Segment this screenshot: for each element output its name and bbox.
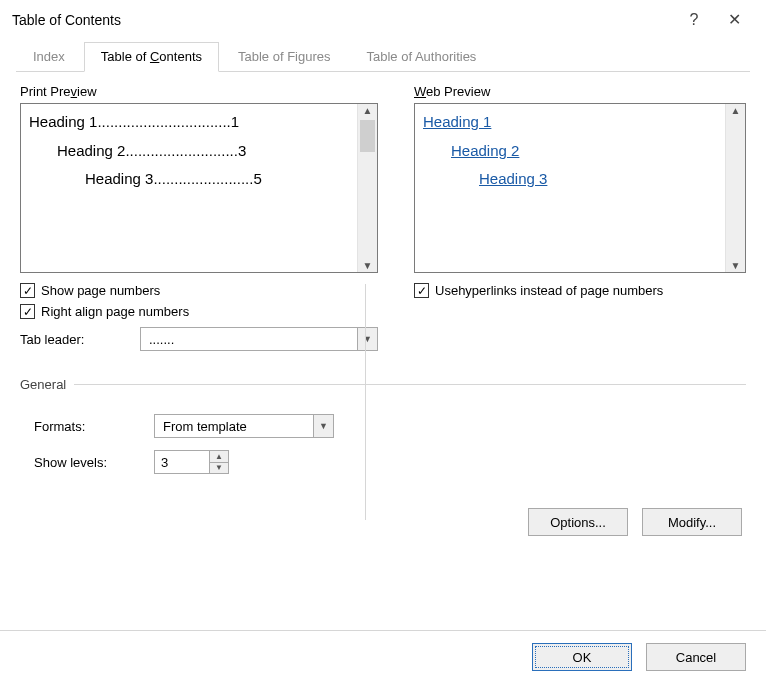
show-levels-value: 3 <box>155 451 209 473</box>
footer: OK Cancel <box>0 630 766 685</box>
web-preview-box: Heading 1 Heading 2 Heading 3 ▲ ▼ <box>414 103 746 273</box>
tab-leader-row: Tab leader: ....... ▼ <box>20 327 378 351</box>
formats-value: From template <box>155 419 313 434</box>
tab-table-of-authorities[interactable]: Table of Authorities <box>350 42 494 72</box>
general-header: General <box>20 377 746 392</box>
spinner-up-icon[interactable]: ▲ <box>210 451 228 463</box>
dialog: Table of Contents ? ✕ Index Table of Con… <box>0 0 766 685</box>
web-link[interactable]: Heading 3 <box>479 170 547 187</box>
show-levels-label: Show levels: <box>34 455 154 470</box>
web-preview-content: Heading 1 Heading 2 Heading 3 <box>415 104 725 272</box>
checkbox-icon: ✓ <box>414 283 429 298</box>
web-checks: ✓ Use hyperlinks instead of page numbers <box>414 283 746 298</box>
right-align-page-numbers-checkbox[interactable]: ✓ Right align page numbers <box>20 304 378 319</box>
formats-label: Formats: <box>34 419 154 434</box>
formats-combo[interactable]: From template ▼ <box>154 414 334 438</box>
separator-line <box>74 384 746 385</box>
tabstrip: Index Table of Contents Table of Figures… <box>16 37 750 72</box>
scroll-up-icon[interactable]: ▲ <box>358 104 377 117</box>
spinner-down-icon[interactable]: ▼ <box>210 463 228 474</box>
titlebar: Table of Contents ? ✕ <box>0 0 766 37</box>
scroll-thumb[interactable] <box>360 120 375 152</box>
scroll-up-icon[interactable]: ▲ <box>726 104 745 117</box>
web-link[interactable]: Heading 2 <box>451 142 519 159</box>
formats-row: Formats: From template ▼ <box>34 414 746 438</box>
close-button[interactable]: ✕ <box>714 10 754 29</box>
modify-button[interactable]: Modify... <box>642 508 742 536</box>
tab-leader-combo[interactable]: ....... ▼ <box>140 327 378 351</box>
web-preview-label: Web Preview <box>414 84 746 99</box>
ok-button[interactable]: OK <box>532 643 632 671</box>
print-row: Heading 2...........................3 <box>29 137 349 166</box>
print-preview-box: Heading 1...............................… <box>20 103 378 273</box>
tab-table-of-contents[interactable]: Table of Contents <box>84 42 219 72</box>
vertical-separator <box>365 284 366 520</box>
web-preview-scrollbar[interactable]: ▲ ▼ <box>725 104 745 272</box>
scroll-down-icon[interactable]: ▼ <box>726 259 745 272</box>
tab-table-of-figures[interactable]: Table of Figures <box>221 42 348 72</box>
checkbox-icon: ✓ <box>20 304 35 319</box>
print-preview-label: Print Preview <box>20 84 378 99</box>
options-row: Options... Modify... <box>20 508 746 536</box>
tab-leader-label: Tab leader: <box>20 332 140 347</box>
general-body: Formats: From template ▼ Show levels: 3 <box>20 392 746 474</box>
show-levels-spinner[interactable]: 3 ▲ ▼ <box>154 450 229 474</box>
chevron-down-icon: ▼ <box>357 328 377 350</box>
general-section: General Formats: From template ▼ <box>20 377 746 474</box>
web-preview-column: Web Preview Heading 1 Heading 2 Heading … <box>414 84 746 351</box>
chevron-down-icon: ▼ <box>313 415 333 437</box>
options-button[interactable]: Options... <box>528 508 628 536</box>
web-row: Heading 2 <box>423 137 717 166</box>
show-levels-row: Show levels: 3 ▲ ▼ <box>34 450 746 474</box>
checkbox-icon: ✓ <box>20 283 35 298</box>
web-link[interactable]: Heading 1 <box>423 113 491 130</box>
print-preview-column: Print Preview Heading 1.................… <box>20 84 378 351</box>
dialog-title: Table of Contents <box>12 12 674 28</box>
print-checks: ✓ Show page numbers ✓ Right align page n… <box>20 283 378 319</box>
help-button[interactable]: ? <box>674 11 714 29</box>
web-row: Heading 1 <box>423 108 717 137</box>
print-row: Heading 3........................5 <box>29 165 349 194</box>
tabpanel: Print Preview Heading 1.................… <box>16 72 750 630</box>
scroll-down-icon[interactable]: ▼ <box>358 259 377 272</box>
tab-index[interactable]: Index <box>16 42 82 72</box>
show-page-numbers-checkbox[interactable]: ✓ Show page numbers <box>20 283 378 298</box>
cancel-button[interactable]: Cancel <box>646 643 746 671</box>
dialog-body: Index Table of Contents Table of Figures… <box>0 37 766 630</box>
tab-leader-value: ....... <box>141 332 357 347</box>
print-preview-content: Heading 1...............................… <box>21 104 357 272</box>
print-row: Heading 1...............................… <box>29 108 349 137</box>
previews: Print Preview Heading 1.................… <box>20 84 746 351</box>
print-preview-scrollbar[interactable]: ▲ ▼ <box>357 104 377 272</box>
use-hyperlinks-checkbox[interactable]: ✓ Use hyperlinks instead of page numbers <box>414 283 746 298</box>
web-row: Heading 3 <box>423 165 717 194</box>
